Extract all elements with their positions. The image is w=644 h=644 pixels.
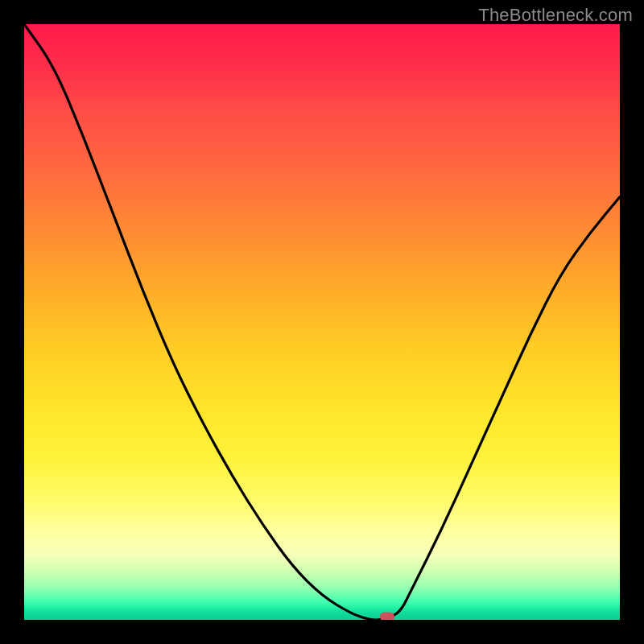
bottleneck-curve bbox=[24, 24, 620, 620]
watermark-text: TheBottleneck.com bbox=[478, 5, 633, 26]
plot-area bbox=[24, 24, 620, 620]
bottleneck-marker bbox=[380, 613, 394, 620]
chart-frame: TheBottleneck.com bbox=[0, 0, 644, 644]
curve-path bbox=[24, 24, 620, 620]
